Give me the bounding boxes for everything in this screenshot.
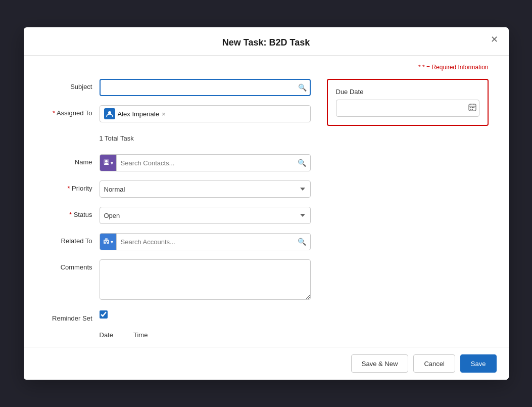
modal-overlay: New Task: B2D Task ✕ * * = Required Info… — [0, 0, 532, 407]
comments-row: Comments — [44, 259, 311, 301]
svg-rect-16 — [472, 109, 473, 110]
contact-icon — [103, 159, 110, 167]
svg-rect-7 — [106, 242, 107, 244]
calendar-button[interactable] — [466, 101, 478, 115]
related-to-label: Related To — [44, 233, 100, 245]
comments-label: Comments — [44, 259, 100, 271]
task-modal: New Task: B2D Task ✕ * * = Required Info… — [24, 27, 509, 380]
form-left: Subject 🔍 Assigned To — [44, 79, 311, 339]
modal-footer: Save & New Cancel Save — [24, 347, 509, 380]
name-type-button[interactable]: ▾ — [100, 155, 117, 171]
due-date-input[interactable] — [336, 100, 479, 117]
comments-textarea[interactable] — [100, 259, 311, 300]
status-select[interactable]: Open Closed Pending Input — [100, 207, 311, 224]
time-label: Time — [133, 331, 148, 339]
assigned-to-control: Alex Imperiale × — [100, 105, 311, 122]
related-to-control: ▾ 🔍 — [100, 233, 311, 250]
form-right: Due Date — [327, 79, 489, 339]
subject-control: 🔍 — [100, 79, 311, 96]
modal-title: New Task: B2D Task — [36, 37, 497, 48]
svg-rect-5 — [105, 241, 106, 242]
required-text: * = Required Information — [422, 64, 488, 71]
related-to-row: Related To — [44, 233, 311, 250]
reminder-checkbox-field — [100, 310, 311, 319]
comments-control — [100, 259, 311, 301]
required-info: * * = Required Information — [44, 64, 489, 71]
assigned-user-name: Alex Imperiale — [118, 110, 159, 118]
svg-point-0 — [108, 111, 111, 114]
due-date-field — [336, 100, 479, 117]
close-button[interactable]: ✕ — [489, 33, 501, 46]
reminder-set-control — [100, 310, 311, 319]
accounts-icon — [103, 238, 110, 246]
svg-rect-15 — [470, 109, 471, 110]
priority-row: Priority Normal High Low — [44, 180, 311, 198]
related-to-search-button[interactable]: 🔍 — [294, 238, 310, 246]
reminder-set-row: Reminder Set — [44, 310, 311, 322]
priority-select[interactable]: Normal High Low — [100, 180, 311, 198]
cancel-button[interactable]: Cancel — [413, 354, 455, 373]
modal-header: New Task: B2D Task ✕ — [24, 27, 509, 56]
subject-row: Subject 🔍 — [44, 79, 311, 96]
assigned-remove-button[interactable]: × — [162, 111, 166, 117]
priority-label: Priority — [44, 180, 100, 192]
name-chevron-icon: ▾ — [111, 160, 113, 166]
svg-rect-4 — [105, 238, 108, 240]
svg-rect-12 — [470, 107, 471, 108]
subject-input-wrapper: 🔍 — [100, 79, 311, 96]
related-chevron-icon: ▾ — [111, 239, 113, 245]
assigned-pill: Alex Imperiale × — [104, 108, 166, 119]
date-label: Date — [100, 331, 113, 339]
due-date-box: Due Date — [327, 79, 489, 126]
date-time-row: Date Time — [44, 331, 311, 339]
name-control: ▾ 🔍 — [100, 154, 311, 171]
total-task-label: 1 Total Task — [100, 131, 311, 145]
reminder-set-label: Reminder Set — [44, 310, 100, 322]
subject-label: Subject — [44, 79, 100, 91]
name-search-input[interactable] — [117, 155, 294, 171]
status-label: Status — [44, 207, 100, 218]
subject-input[interactable] — [100, 79, 311, 96]
total-task-row: 1 Total Task — [44, 131, 311, 145]
related-to-lookup-field: ▾ 🔍 — [100, 233, 311, 250]
assigned-to-field[interactable]: Alex Imperiale × — [100, 105, 311, 122]
name-row: Name — [44, 154, 311, 171]
status-row: Status Open Closed Pending Input — [44, 207, 311, 224]
assigned-to-row: Assigned To — [44, 105, 311, 122]
related-to-type-button[interactable]: ▾ — [100, 234, 117, 250]
due-date-label: Due Date — [336, 88, 479, 96]
total-task-spacer — [44, 131, 100, 135]
svg-rect-6 — [107, 241, 108, 242]
save-button[interactable]: Save — [460, 354, 497, 373]
svg-rect-13 — [472, 107, 473, 108]
name-search-button[interactable]: 🔍 — [294, 159, 310, 167]
assigned-to-label: Assigned To — [44, 105, 100, 117]
save-new-button[interactable]: Save & New — [351, 354, 409, 373]
total-task-control: 1 Total Task — [100, 131, 311, 145]
svg-rect-14 — [473, 107, 474, 108]
priority-control: Normal High Low — [100, 180, 311, 198]
name-lookup-field: ▾ 🔍 — [100, 154, 311, 171]
assigned-avatar — [104, 108, 115, 119]
modal-body: * * = Required Information Subject 🔍 — [24, 56, 509, 347]
required-star: * — [418, 64, 421, 71]
reminder-checkbox[interactable] — [100, 310, 108, 319]
svg-point-2 — [105, 160, 108, 163]
related-to-search-input[interactable] — [117, 234, 294, 250]
name-label: Name — [44, 154, 100, 166]
status-control: Open Closed Pending Input — [100, 207, 311, 224]
form-layout: Subject 🔍 Assigned To — [44, 79, 489, 339]
